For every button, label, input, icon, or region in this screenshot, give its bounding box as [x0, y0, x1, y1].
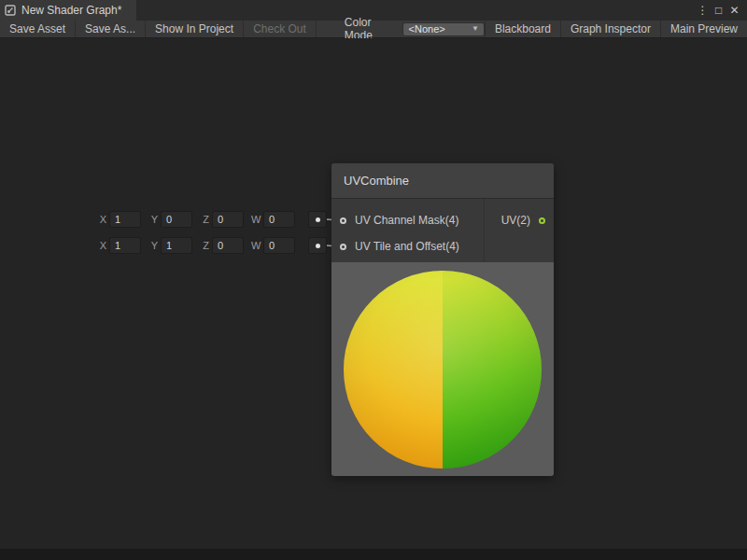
axis-label-x: X: [97, 240, 106, 251]
sphere-shading: [344, 271, 542, 469]
uvcombine-node[interactable]: UVCombine UV Channel Mask(4) UV Tile and…: [331, 163, 554, 476]
connector-dot-icon: [316, 217, 320, 222]
axis-label-w: W: [251, 214, 261, 225]
input-port-row: UV Channel Mask(4): [331, 207, 484, 233]
node-title[interactable]: UVCombine: [331, 163, 554, 199]
node-preview: [331, 262, 554, 476]
x-value-field[interactable]: 1: [109, 237, 141, 254]
blackboard-toggle-button[interactable]: Blackboard: [485, 21, 560, 37]
tab-title: New Shader Graph*: [21, 4, 121, 17]
check-out-button[interactable]: Check Out: [244, 21, 317, 37]
graph-inspector-toggle-button[interactable]: Graph Inspector: [560, 21, 660, 37]
uv-preview-sphere: [344, 271, 542, 469]
titlebar-spacer: [136, 0, 695, 21]
save-as-button[interactable]: Save As...: [76, 21, 146, 37]
input-port-icon[interactable]: [340, 217, 346, 224]
save-asset-button[interactable]: Save Asset: [0, 21, 76, 37]
output-port-row: UV(2): [485, 207, 554, 233]
maximize-icon[interactable]: □: [711, 2, 726, 19]
output-port-label: UV(2): [501, 214, 530, 227]
axis-label-y: Y: [148, 214, 158, 225]
window-controls: ⋮ □ ✕: [695, 0, 747, 21]
y-value-field[interactable]: 0: [161, 211, 192, 228]
input-port-label: UV Tile and Offset(4): [355, 240, 459, 253]
input-port-row: UV Tile and Offset(4): [331, 233, 484, 259]
color-mode-value: <None>: [409, 23, 445, 35]
axis-label-y: Y: [148, 240, 158, 251]
toolbar-right-group: Blackboard Graph Inspector Main Preview: [485, 21, 747, 37]
input-port-label: UV Channel Mask(4): [355, 214, 458, 227]
w-value-field[interactable]: 0: [263, 211, 295, 228]
vector4-editor-row-2: X 1 Y 1 Z 0 W 0: [97, 237, 327, 254]
node-outputs: UV(2): [484, 199, 554, 262]
window-menu-icon[interactable]: ⋮: [695, 2, 711, 19]
connector-dot-icon: [316, 244, 320, 248]
z-value-field[interactable]: 0: [212, 211, 244, 228]
chevron-down-icon: ▼: [472, 25, 479, 33]
x-value-field[interactable]: 1: [109, 211, 141, 228]
show-in-project-button[interactable]: Show In Project: [146, 21, 244, 37]
color-mode-group: Color Mode <None> ▼: [345, 21, 485, 37]
vector4-editor-row-1: X 1 Y 0 Z 0 W 0: [97, 211, 327, 228]
port-connector-box[interactable]: [308, 211, 327, 228]
output-port-icon[interactable]: [539, 217, 545, 224]
main-preview-toggle-button[interactable]: Main Preview: [660, 21, 747, 37]
y-value-field[interactable]: 1: [161, 237, 192, 254]
node-port-area: UV Channel Mask(4) UV Tile and Offset(4)…: [331, 199, 554, 262]
w-value-field[interactable]: 0: [263, 237, 295, 254]
axis-label-z: Z: [200, 214, 209, 225]
canvas-bottom-edge: [0, 549, 747, 560]
port-connector-box[interactable]: [308, 237, 327, 254]
z-value-field[interactable]: 0: [212, 237, 244, 254]
close-icon[interactable]: ✕: [726, 2, 742, 19]
tab-new-shader-graph[interactable]: New Shader Graph*: [0, 0, 136, 21]
axis-label-x: X: [97, 214, 106, 225]
axis-label-z: Z: [200, 240, 209, 251]
input-port-icon[interactable]: [340, 244, 346, 250]
toolbar: Save Asset Save As... Show In Project Ch…: [0, 21, 747, 38]
graph-canvas[interactable]: X 1 Y 0 Z 0 W 0 X 1 Y 1 Z 0 W 0 UVCombin…: [0, 38, 747, 549]
node-inputs: UV Channel Mask(4) UV Tile and Offset(4): [331, 199, 484, 262]
color-mode-dropdown[interactable]: <None> ▼: [402, 22, 485, 36]
shader-graph-icon: [5, 5, 16, 16]
axis-label-w: W: [251, 240, 261, 251]
